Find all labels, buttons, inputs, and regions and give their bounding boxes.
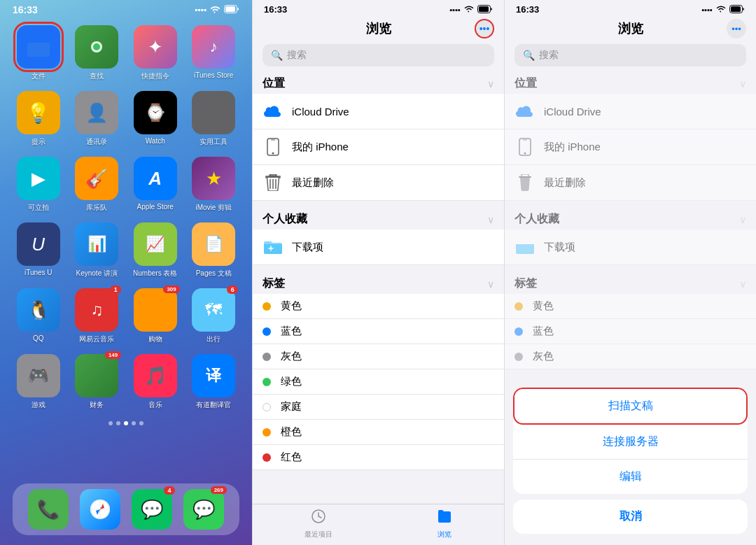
app-pages[interactable]: 📄 Pages 文稿 [188, 222, 240, 278]
tag-family[interactable]: 家庭 [253, 395, 504, 420]
files-menu-panel: 16:33 ▪▪▪▪ 浏览 ••• 🔍 搜索 [504, 0, 756, 545]
tag-red-label: 红色 [281, 451, 302, 464]
cancel-button[interactable]: 取消 [513, 500, 748, 534]
tag-blue[interactable]: 蓝色 [253, 319, 504, 344]
trash-icon [262, 172, 284, 193]
time-display: 16:33 [13, 4, 38, 15]
signal-icon: ▪▪▪▪ [195, 5, 206, 15]
files-search-bar[interactable]: 🔍 搜索 [262, 44, 494, 66]
app-shopping[interactable]: 309 购物 [130, 288, 181, 344]
tag-yellow[interactable]: 黄色 [253, 294, 504, 319]
tag-yellow-label: 黄色 [281, 299, 302, 313]
files-status-icons: ▪▪▪▪ [449, 5, 493, 15]
menu-wifi [716, 5, 726, 14]
app-finance[interactable]: 149 财务 [71, 354, 123, 410]
menu-nav-bar: 浏览 ••• [505, 17, 756, 41]
app-shortcuts-label: 快捷指令 [141, 71, 169, 81]
app-imovie-label: iMovie 剪辑 [195, 203, 232, 213]
menu-icloud: iCloud Drive [505, 94, 756, 129]
menu-downloads: 下载项 [505, 229, 756, 265]
travel-badge: 6 [227, 285, 238, 294]
page-dot-5 [139, 421, 144, 425]
app-appstore-label: Apple Store [137, 203, 174, 211]
app-find[interactable]: 查找 [71, 25, 123, 81]
recently-deleted-item[interactable]: 最近删除 [253, 165, 504, 201]
app-keynote-label: Keynote 讲演 [76, 269, 118, 278]
dock-phone[interactable]: 📞 [28, 489, 69, 530]
icloud-icon [262, 101, 284, 122]
tag-red[interactable]: 红色 [253, 445, 504, 470]
app-watch[interactable]: ⌚ Watch [130, 91, 181, 147]
menu-deleted: 最近删除 [505, 165, 756, 201]
menu-deleted-label: 最近删除 [544, 176, 586, 190]
menu-search-bar[interactable]: 🔍 搜索 [514, 44, 746, 66]
app-music163[interactable]: ♫ 1 网易云音乐 [71, 288, 123, 344]
files-signal: ▪▪▪▪ [449, 6, 461, 14]
menu-more-button[interactable]: ••• [727, 19, 746, 38]
connect-server-button[interactable]: 连接服务器 [513, 425, 748, 460]
page-dot-1 [108, 421, 113, 425]
svg-rect-4 [27, 43, 50, 57]
downloads-folder-icon [262, 236, 284, 257]
downloads-item[interactable]: 下载项 [253, 229, 504, 265]
app-travel[interactable]: 🗺 6 出行 [188, 288, 240, 344]
files-more-button[interactable]: ••• [475, 19, 494, 38]
location-chevron[interactable]: ∨ [487, 78, 494, 90]
favorites-chevron[interactable]: ∨ [487, 214, 494, 225]
dock-wechat[interactable]: 💬 4 [132, 489, 172, 530]
yellow-dot [262, 302, 271, 311]
app-qq[interactable]: 🐧 QQ [13, 288, 64, 344]
tag-orange[interactable]: 橙色 [253, 420, 504, 445]
iphone-icon [262, 136, 284, 157]
app-music163-label: 网易云音乐 [79, 334, 114, 344]
dock-messages[interactable]: 💬 269 [183, 489, 224, 530]
app-games[interactable]: 🎮 游戏 [13, 354, 64, 410]
edit-button[interactable]: 编辑 [513, 460, 748, 494]
files-status-bar: 16:33 ▪▪▪▪ [253, 0, 504, 17]
menu-location-header: 位置 ∨ [505, 72, 756, 94]
menu-iphone-icon [514, 136, 536, 157]
menu-battery [729, 5, 745, 15]
app-tips[interactable]: 💡 提示 [13, 91, 64, 147]
app-numbers-label: Numbers 表格 [133, 269, 177, 278]
favorites-title: 个人收藏 [262, 212, 307, 227]
battery-icon [224, 4, 239, 15]
action-menu-group: 扫描文稿 连接服务器 编辑 [513, 388, 748, 494]
finance-badge: 149 [105, 351, 121, 359]
tab-recent[interactable]: 最近项目 [304, 509, 332, 539]
my-iphone-item[interactable]: 我的 iPhone [253, 129, 504, 165]
app-shopping-label: 购物 [148, 334, 162, 344]
icloud-drive-item[interactable]: iCloud Drive [253, 94, 504, 129]
files-content: 位置 ∨ iCloud Drive 我的 iPhone [253, 72, 504, 504]
app-itunesu[interactable]: U iTunes U [13, 222, 64, 278]
menu-yellow-dot [514, 302, 523, 311]
app-clips[interactable]: ▶ 可立拍 [13, 157, 64, 213]
app-imovie[interactable]: ★ iMovie 剪辑 [188, 157, 240, 213]
tags-section-header: 标签 ∨ [253, 272, 504, 294]
gray-dot [262, 353, 271, 361]
app-tools[interactable]: 实用工具 [188, 91, 240, 147]
menu-tag-yellow-label: 黄色 [533, 299, 554, 313]
tab-browse[interactable]: 浏览 [437, 509, 452, 539]
menu-time: 16:33 [516, 4, 539, 15]
dock-safari[interactable] [80, 489, 120, 530]
app-numbers[interactable]: 📈 Numbers 表格 [130, 222, 181, 278]
app-files[interactable]: 文件 [13, 25, 64, 81]
menu-iphone: 我的 iPhone [505, 129, 756, 165]
app-translate[interactable]: 译 有道翻译官 [188, 354, 240, 410]
tag-green[interactable]: 绿色 [253, 369, 504, 395]
app-shortcuts[interactable]: ✦ 快捷指令 [130, 25, 181, 81]
status-bar: 16:33 ▪▪▪▪ [0, 0, 252, 17]
menu-more-dots-icon: ••• [732, 24, 741, 34]
app-contacts[interactable]: 👤 通讯录 [71, 91, 123, 147]
app-music[interactable]: 🎵 音乐 [130, 354, 181, 410]
tags-chevron[interactable]: ∨ [487, 278, 494, 290]
app-qq-label: QQ [33, 334, 44, 342]
app-keynote[interactable]: 📊 Keynote 讲演 [71, 222, 123, 278]
app-translate-label: 有道翻译官 [196, 400, 231, 410]
scan-document-button[interactable]: 扫描文稿 [513, 388, 748, 425]
app-appstore[interactable]: A Apple Store [130, 157, 181, 213]
tag-gray[interactable]: 灰色 [253, 344, 504, 369]
app-garage[interactable]: 🎸 库乐队 [71, 157, 123, 213]
app-itunes[interactable]: ♪ iTunes Store [188, 25, 240, 81]
